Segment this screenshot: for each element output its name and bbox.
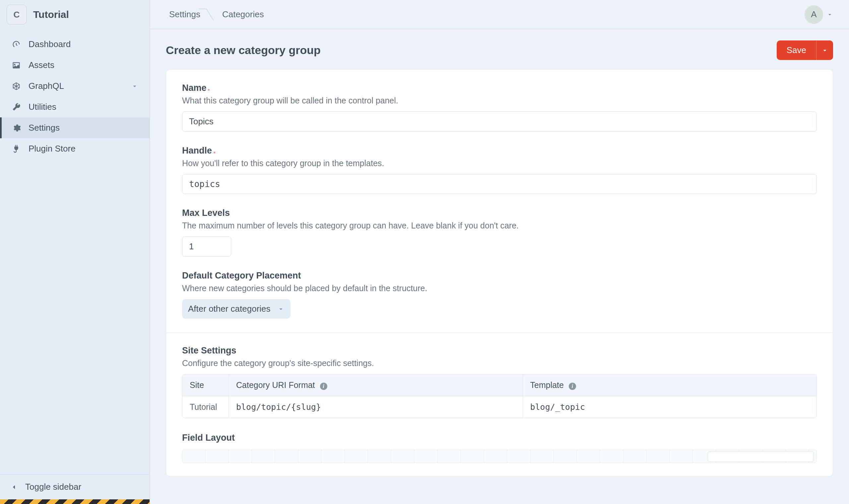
- field-default-placement-label: Default Category Placement: [182, 271, 817, 281]
- main: Settings Categories A Create a new categ…: [150, 0, 849, 504]
- field-max-levels-label: Max Levels: [182, 208, 817, 218]
- gauge-icon: [11, 39, 21, 49]
- template-input[interactable]: blog/_topic: [523, 396, 817, 418]
- topbar: Settings Categories A: [150, 0, 849, 29]
- info-icon[interactable]: i: [569, 383, 576, 390]
- default-placement-select[interactable]: After other categories: [182, 299, 290, 319]
- sidebar-item-assets[interactable]: Assets: [0, 55, 149, 76]
- field-name-label: Name: [182, 83, 206, 93]
- field-name-hint: What this category group will be called …: [182, 96, 817, 105]
- column-uri: Category URI Format i: [229, 374, 523, 396]
- field-site-settings: Site Settings Configure the category gro…: [182, 345, 817, 418]
- page-title: Create a new category group: [166, 44, 321, 57]
- column-template: Template i: [523, 374, 817, 396]
- uri-format-input[interactable]: blog/topic/{slug}: [229, 396, 523, 418]
- sidebar-item-plugin-store[interactable]: Plugin Store: [0, 138, 149, 159]
- user-menu[interactable]: A: [805, 5, 833, 24]
- avatar: A: [805, 5, 823, 24]
- chevron-down-icon: [277, 305, 285, 313]
- image-icon: [11, 60, 21, 70]
- site-name[interactable]: Tutorial: [33, 9, 69, 20]
- required-indicator-icon: ⁎: [207, 87, 210, 92]
- field-site-settings-hint: Configure the category group's site-spec…: [182, 358, 817, 368]
- sidebar-item-label: Settings: [29, 123, 60, 133]
- dev-mode-stripe: [0, 499, 149, 504]
- cell-site: Tutorial: [182, 396, 229, 418]
- sidebar-item-settings[interactable]: Settings: [0, 118, 149, 138]
- field-max-levels: Max Levels The maximum number of levels …: [182, 208, 817, 257]
- sidebar-item-label: Dashboard: [29, 39, 71, 49]
- sidebar-item-utilities[interactable]: Utilities: [0, 96, 149, 118]
- required-indicator-icon: ⁎: [213, 149, 216, 155]
- sidebar-item-dashboard[interactable]: Dashboard: [0, 34, 149, 55]
- page-header: Create a new category group Save: [150, 29, 849, 69]
- sidebar-item-label: GraphQL: [29, 81, 64, 91]
- table-header-row: Site Category URI Format i Template i: [182, 374, 816, 396]
- field-handle: Handle ⁎ How you'll refer to this catego…: [182, 146, 817, 194]
- field-max-levels-hint: The maximum number of levels this catego…: [182, 221, 817, 231]
- site-settings-table: Site Category URI Format i Template i Tu…: [182, 374, 817, 418]
- site-logo[interactable]: C: [7, 5, 26, 24]
- form-panel: Name ⁎ What this category group will be …: [166, 69, 833, 476]
- graphql-icon: [11, 81, 21, 91]
- chevron-down-icon: [821, 47, 828, 54]
- save-button[interactable]: Save: [777, 40, 816, 60]
- gear-icon: [11, 123, 21, 133]
- field-default-placement: Default Category Placement Where new cat…: [182, 271, 817, 319]
- toggle-sidebar-label: Toggle sidebar: [25, 482, 81, 492]
- toggle-sidebar-button[interactable]: Toggle sidebar: [0, 474, 149, 499]
- primary-nav: Dashboard Assets GraphQL: [0, 32, 149, 474]
- field-layout-tab[interactable]: [708, 451, 814, 462]
- name-input[interactable]: [182, 111, 817, 132]
- divider: [166, 332, 833, 333]
- wrench-icon: [11, 102, 21, 112]
- field-handle-label: Handle: [182, 146, 212, 156]
- field-layout-label: Field Layout: [182, 433, 817, 443]
- sidebar-item-graphql[interactable]: GraphQL: [0, 76, 149, 96]
- chevron-down-icon: [827, 11, 833, 18]
- sidebar-header: C Tutorial: [0, 0, 149, 32]
- breadcrumb-categories[interactable]: Categories: [216, 6, 271, 23]
- save-menu-button[interactable]: [816, 40, 833, 60]
- breadcrumb-settings[interactable]: Settings: [166, 6, 207, 23]
- sidebar-item-label: Assets: [29, 60, 54, 70]
- field-layout-designer[interactable]: [182, 450, 817, 463]
- column-site: Site: [182, 374, 229, 396]
- field-site-settings-label: Site Settings: [182, 345, 817, 356]
- chevron-left-icon: [10, 483, 18, 491]
- breadcrumb: Settings Categories: [166, 6, 271, 23]
- logo-letter-icon: C: [12, 10, 21, 20]
- chevron-down-icon: [131, 83, 138, 90]
- field-handle-hint: How you'll refer to this category group …: [182, 159, 817, 168]
- info-icon[interactable]: i: [320, 383, 327, 390]
- field-name: Name ⁎ What this category group will be …: [182, 83, 817, 132]
- select-value: After other categories: [188, 304, 271, 314]
- sidebar-item-label: Plugin Store: [29, 144, 76, 154]
- handle-input[interactable]: [182, 174, 817, 194]
- sidebar-item-label: Utilities: [29, 102, 56, 112]
- plug-icon: [11, 144, 21, 154]
- sidebar: C Tutorial Dashboard Assets Gr: [0, 0, 150, 504]
- table-row: Tutorial blog/topic/{slug} blog/_topic: [182, 396, 816, 418]
- field-default-placement-hint: Where new categories should be placed by…: [182, 284, 817, 293]
- max-levels-input[interactable]: [182, 236, 231, 257]
